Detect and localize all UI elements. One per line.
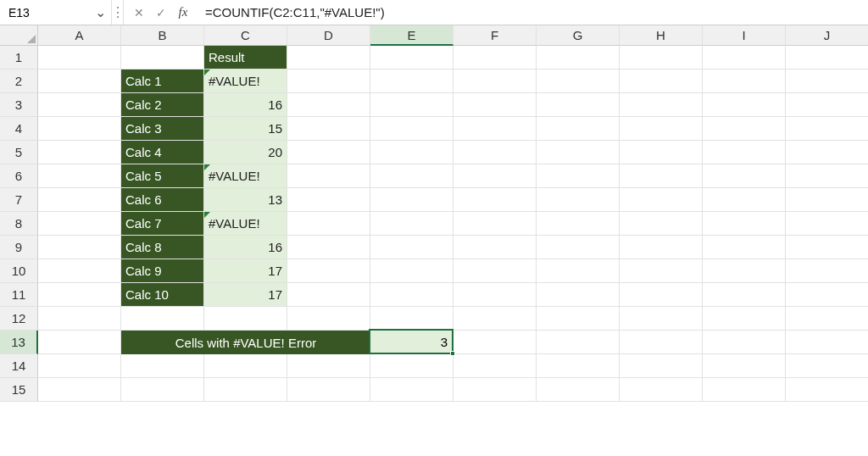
label-cell[interactable]: Calc 9 — [121, 259, 204, 283]
label-cell[interactable]: Calc 3 — [121, 117, 204, 141]
cell-F7[interactable] — [453, 188, 537, 212]
row-header-14[interactable]: 14 — [0, 354, 38, 378]
fx-icon[interactable]: fx — [173, 3, 193, 23]
cell-D7[interactable] — [287, 188, 370, 212]
label-cell[interactable]: Calc 4 — [121, 141, 204, 164]
cell-E3[interactable] — [370, 93, 453, 117]
cell-J15[interactable] — [786, 378, 868, 402]
cell-A10[interactable] — [38, 259, 121, 283]
column-header-F[interactable]: F — [453, 25, 537, 46]
cell-J8[interactable] — [786, 212, 868, 236]
cell-E9[interactable] — [370, 236, 453, 259]
cell-J4[interactable] — [786, 117, 868, 141]
cell-G7[interactable] — [537, 188, 620, 212]
cell-D11[interactable] — [287, 283, 370, 307]
name-box[interactable]: ⌄ — [0, 0, 112, 25]
cell-F11[interactable] — [453, 283, 537, 307]
cancel-icon[interactable]: ✕ — [129, 3, 149, 23]
value-cell[interactable]: 16 — [204, 93, 287, 117]
label-cell[interactable]: Calc 1 — [121, 70, 204, 93]
cell-J6[interactable] — [786, 164, 868, 188]
cell-I2[interactable] — [703, 70, 786, 93]
row-header-8[interactable]: 8 — [0, 212, 38, 236]
value-cell[interactable]: 17 — [204, 283, 287, 307]
cell-I5[interactable] — [703, 141, 786, 164]
cell-G9[interactable] — [537, 236, 620, 259]
cell-G10[interactable] — [537, 259, 620, 283]
cell-A4[interactable] — [38, 117, 121, 141]
cell-C14[interactable] — [204, 354, 287, 378]
cell-E11[interactable] — [370, 283, 453, 307]
cell-A12[interactable] — [38, 307, 121, 331]
cell-A8[interactable] — [38, 212, 121, 236]
cell-I7[interactable] — [703, 188, 786, 212]
cells-area[interactable]: ResultCalc 1#VALUE!Calc 216Calc 315Calc … — [38, 46, 868, 456]
row-header-13[interactable]: 13 — [0, 331, 38, 354]
column-header-H[interactable]: H — [620, 25, 703, 46]
label-cell[interactable]: Calc 7 — [121, 212, 204, 236]
cell-I11[interactable] — [703, 283, 786, 307]
label-cell[interactable]: Calc 10 — [121, 283, 204, 307]
cell-F5[interactable] — [453, 141, 537, 164]
cell-I9[interactable] — [703, 236, 786, 259]
cell-D1[interactable] — [287, 46, 370, 70]
fill-handle[interactable] — [450, 351, 455, 356]
cell-H6[interactable] — [620, 164, 703, 188]
cell-G11[interactable] — [537, 283, 620, 307]
cell-E6[interactable] — [370, 164, 453, 188]
cell-F10[interactable] — [453, 259, 537, 283]
cell-I12[interactable] — [703, 307, 786, 331]
cell-I6[interactable] — [703, 164, 786, 188]
cell-D6[interactable] — [287, 164, 370, 188]
row-header-11[interactable]: 11 — [0, 283, 38, 307]
row-header-3[interactable]: 3 — [0, 93, 38, 117]
column-header-I[interactable]: I — [703, 25, 786, 46]
cell-I3[interactable] — [703, 93, 786, 117]
value-cell[interactable]: 16 — [204, 236, 287, 259]
value-cell[interactable]: 17 — [204, 259, 287, 283]
cell-G4[interactable] — [537, 117, 620, 141]
cell-D4[interactable] — [287, 117, 370, 141]
value-cell[interactable]: #VALUE! — [204, 212, 287, 236]
cell-F12[interactable] — [453, 307, 537, 331]
cell-C15[interactable] — [204, 378, 287, 402]
cell-F13[interactable] — [453, 331, 537, 354]
cell-I13[interactable] — [703, 331, 786, 354]
cell-F4[interactable] — [453, 117, 537, 141]
cell-F14[interactable] — [453, 354, 537, 378]
cell-H13[interactable] — [620, 331, 703, 354]
cell-G13[interactable] — [537, 331, 620, 354]
cell-J5[interactable] — [786, 141, 868, 164]
cell-H5[interactable] — [620, 141, 703, 164]
formula-input[interactable] — [198, 0, 868, 25]
cell-H1[interactable] — [620, 46, 703, 70]
label-cell[interactable]: Calc 5 — [121, 164, 204, 188]
column-header-G[interactable]: G — [537, 25, 620, 46]
column-header-D[interactable]: D — [287, 25, 370, 46]
cell-E10[interactable] — [370, 259, 453, 283]
cell-H15[interactable] — [620, 378, 703, 402]
cell-G15[interactable] — [537, 378, 620, 402]
cell-G8[interactable] — [537, 212, 620, 236]
cell-D5[interactable] — [287, 141, 370, 164]
cell-J10[interactable] — [786, 259, 868, 283]
cell-B15[interactable] — [121, 378, 204, 402]
cell-I10[interactable] — [703, 259, 786, 283]
row-header-5[interactable]: 5 — [0, 141, 38, 164]
cell-D9[interactable] — [287, 236, 370, 259]
cell-F6[interactable] — [453, 164, 537, 188]
row-header-4[interactable]: 4 — [0, 117, 38, 141]
value-cell[interactable]: #VALUE! — [204, 70, 287, 93]
cell-E2[interactable] — [370, 70, 453, 93]
cell-F15[interactable] — [453, 378, 537, 402]
cell-A13[interactable] — [38, 331, 121, 354]
cell-J7[interactable] — [786, 188, 868, 212]
column-header-C[interactable]: C — [204, 25, 287, 46]
cell-D12[interactable] — [287, 307, 370, 331]
cell-J12[interactable] — [786, 307, 868, 331]
accept-icon[interactable]: ✓ — [151, 3, 171, 23]
cell-D10[interactable] — [287, 259, 370, 283]
cell-J1[interactable] — [786, 46, 868, 70]
cell-J2[interactable] — [786, 70, 868, 93]
cell-J3[interactable] — [786, 93, 868, 117]
